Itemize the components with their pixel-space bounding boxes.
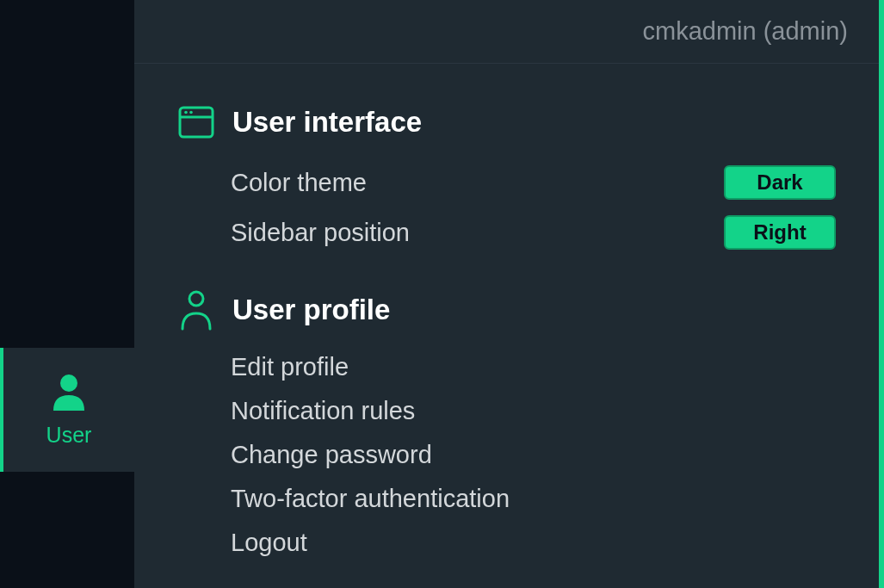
- header-user-label: cmkadmin (admin): [643, 17, 849, 45]
- section-title-profile: User profile: [232, 294, 390, 326]
- profile-links: Edit profile Notification rules Change p…: [177, 353, 836, 557]
- color-theme-toggle[interactable]: Dark: [724, 165, 836, 200]
- sidebar-item-user[interactable]: User: [0, 348, 134, 472]
- svg-point-0: [60, 374, 77, 392]
- content: User interface Color theme Dark Sidebar …: [134, 64, 879, 588]
- user-icon: [52, 373, 86, 414]
- link-two-factor[interactable]: Two-factor authentication: [231, 485, 836, 513]
- header: cmkadmin (admin): [134, 0, 879, 64]
- section-header-ui: User interface: [177, 103, 836, 141]
- sidebar-item-label: User: [46, 423, 92, 448]
- section-title-ui: User interface: [232, 106, 422, 139]
- section-user-interface: User interface Color theme Dark Sidebar …: [177, 103, 836, 250]
- main-panel: cmkadmin (admin) User interface Color th…: [134, 0, 884, 588]
- link-logout[interactable]: Logout: [231, 529, 836, 557]
- setting-row-sidebar-position: Sidebar position Right: [231, 215, 836, 250]
- section-user-profile: User profile Edit profile Notification r…: [177, 291, 836, 557]
- setting-label-sidebar-position: Sidebar position: [231, 219, 410, 247]
- profile-icon: [177, 291, 215, 329]
- sidebar-position-toggle[interactable]: Right: [724, 215, 836, 250]
- svg-point-4: [189, 111, 193, 115]
- link-notification-rules[interactable]: Notification rules: [231, 397, 836, 425]
- setting-label-color-theme: Color theme: [231, 169, 367, 197]
- ui-settings-rows: Color theme Dark Sidebar position Right: [177, 165, 836, 250]
- link-edit-profile[interactable]: Edit profile: [231, 353, 836, 381]
- svg-point-5: [189, 292, 203, 306]
- section-header-profile: User profile: [177, 291, 836, 329]
- sidebar: User: [0, 0, 134, 588]
- svg-point-3: [184, 111, 188, 115]
- link-change-password[interactable]: Change password: [231, 441, 836, 469]
- window-icon: [177, 103, 215, 141]
- setting-row-color-theme: Color theme Dark: [231, 165, 836, 200]
